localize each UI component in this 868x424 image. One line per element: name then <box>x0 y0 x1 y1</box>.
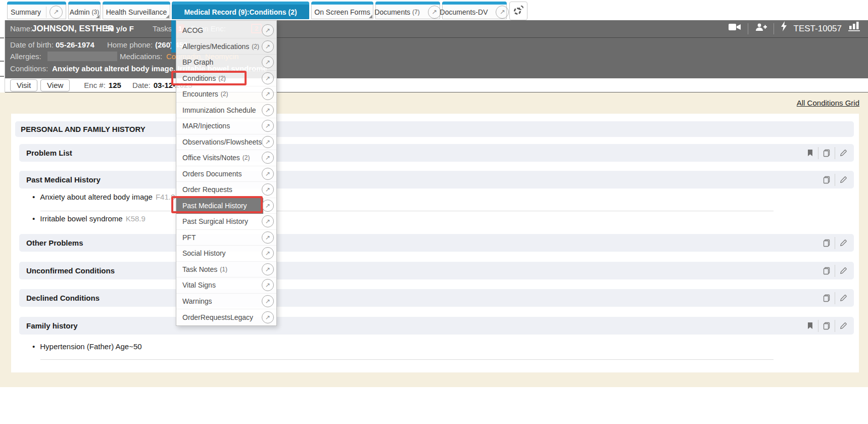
open-in-new-icon[interactable]: ↗ <box>428 6 441 19</box>
pencil-icon[interactable] <box>835 292 851 304</box>
tab-health-surveillance[interactable]: Health Surveillance <box>103 2 170 19</box>
open-in-new-icon[interactable]: ↗ <box>262 120 274 132</box>
open-in-new-icon[interactable]: ↗ <box>262 104 274 116</box>
menu-item-encounters[interactable]: Encounters(2)↗ <box>176 86 276 103</box>
section-actions <box>818 237 851 249</box>
menu-item-label: Warnings <box>182 297 212 305</box>
menu-item-orderrequestslegacy[interactable]: OrderRequestsLegacy↗ <box>176 309 276 325</box>
tab-on-screen-forms[interactable]: On Screen Forms <box>311 2 373 19</box>
tab-admin-label: Admin <box>70 8 90 16</box>
tab-documents-dv[interactable]: Documents-DV ↗ <box>442 2 507 19</box>
copy-forward-icon[interactable] <box>818 237 835 249</box>
menu-item-label: Orders Documents <box>182 170 242 178</box>
list-divider <box>40 359 774 360</box>
tab-admin[interactable]: Admin (3) <box>68 2 101 19</box>
pencil-icon[interactable] <box>835 265 851 277</box>
menu-item-pft[interactable]: PFT↗ <box>176 230 276 246</box>
condition-text: Hypertension (Father) Age~50 <box>40 342 141 351</box>
video-camera-icon[interactable] <box>728 20 741 37</box>
menu-item-office-visits-notes[interactable]: Office Visits/Notes(2)↗ <box>176 150 276 166</box>
all-conditions-grid-link[interactable]: All Conditions Grid <box>797 99 859 107</box>
menu-item-vital-signs[interactable]: Vital Signs↗ <box>176 277 276 294</box>
bookmark-icon[interactable] <box>802 147 818 159</box>
tab-admin-count: (3) <box>92 9 100 16</box>
section-actions <box>818 174 851 186</box>
settings-button[interactable] <box>509 2 527 20</box>
open-in-new-icon[interactable]: ↗ <box>262 152 274 164</box>
tab-summary[interactable]: Summary ↗ <box>7 2 66 19</box>
open-in-new-icon[interactable]: ↗ <box>262 88 274 100</box>
section-family-history[interactable]: Family history <box>19 317 854 335</box>
menu-item-label: Vital Signs <box>182 281 216 289</box>
section-problem-list[interactable]: Problem List <box>19 144 854 162</box>
section-title: PERSONAL AND FAMILY HISTORY <box>21 125 146 133</box>
open-in-new-icon[interactable]: ↗ <box>262 263 274 275</box>
menu-item-acog[interactable]: ACOG↗ <box>176 23 276 39</box>
open-in-new-icon[interactable]: ↗ <box>262 24 274 36</box>
menu-item-bp-graph[interactable]: BP Graph↗ <box>176 55 276 71</box>
section-past-medical-history[interactable]: Past Medical History <box>19 171 854 189</box>
add-person-icon[interactable] <box>755 20 767 37</box>
pencil-icon[interactable] <box>835 320 851 332</box>
open-in-new-icon[interactable]: ↗ <box>262 72 274 84</box>
pencil-icon[interactable] <box>835 237 851 249</box>
medical-record-dropdown-menu: ACOG↗ Allergies/Medications(2)↗ BP Graph… <box>176 20 277 326</box>
copy-forward-icon[interactable] <box>818 320 835 332</box>
open-in-new-icon[interactable]: ↗ <box>262 231 274 244</box>
menu-item-order-requests[interactable]: Order Requests↗ <box>176 182 276 198</box>
menu-item-observations-flowsheets[interactable]: Observations/Flowsheets↗ <box>176 134 276 151</box>
copy-forward-icon[interactable] <box>818 174 835 186</box>
menu-item-count: (2) <box>243 154 250 161</box>
bullet-dot: • <box>32 193 35 201</box>
open-in-new-icon[interactable]: ↗ <box>262 168 274 180</box>
open-in-new-icon[interactable]: ↗ <box>50 6 63 19</box>
section-other-problems[interactable]: Other Problems <box>19 234 854 252</box>
visit-button[interactable]: Visit <box>10 79 37 91</box>
copy-forward-icon[interactable] <box>818 265 835 277</box>
open-in-new-icon[interactable]: ↗ <box>262 295 274 307</box>
open-in-new-icon[interactable]: ↗ <box>262 279 274 291</box>
menu-item-past-surgical-history[interactable]: Past Surgical History↗ <box>176 214 276 230</box>
conditions-page: All Conditions Grid PERSONAL AND FAMILY … <box>0 92 868 387</box>
menu-item-social-history[interactable]: Social History↗ <box>176 246 276 262</box>
menu-item-task-notes[interactable]: Task Notes(1)↗ <box>176 262 276 278</box>
open-in-new-icon[interactable]: ↗ <box>496 6 509 19</box>
section-header-personal-and-family-history: PERSONAL AND FAMILY HISTORY <box>15 121 854 137</box>
open-in-new-icon[interactable]: ↗ <box>262 136 274 148</box>
menu-item-mar-injections[interactable]: MAR/Injections↗ <box>176 118 276 134</box>
tab-on-screen-forms-label: On Screen Forms <box>314 8 370 16</box>
pencil-icon[interactable] <box>835 147 851 159</box>
bar-chart-icon[interactable] <box>848 20 861 37</box>
menu-item-allergies-medications[interactable]: Allergies/Medications(2)↗ <box>176 39 276 55</box>
banner-conditions-row: Conditions: Anxiety about altered body i… <box>5 62 868 75</box>
tab-documents[interactable]: Documents (7) ↗ <box>375 2 440 19</box>
menu-item-orders-documents[interactable]: Orders Documents↗ <box>176 166 276 182</box>
tab-medical-record[interactable]: Medical Record (9):Conditions (2) <box>172 2 309 19</box>
section-unconfirmed-conditions[interactable]: Unconfirmed Conditions <box>19 262 854 279</box>
lightning-icon[interactable] <box>781 20 787 37</box>
conditions-label: Conditions: <box>10 62 48 75</box>
patient-name: JOHNSON, ESTHER <box>32 20 114 37</box>
copy-forward-icon[interactable] <box>818 292 835 304</box>
bookmark-icon[interactable] <box>802 320 818 332</box>
open-in-new-icon[interactable]: ↗ <box>262 215 274 227</box>
view-button[interactable]: View <box>40 79 70 91</box>
open-in-new-icon[interactable]: ↗ <box>262 183 274 196</box>
open-in-new-icon[interactable]: ↗ <box>262 56 274 68</box>
dob-label: Date of birth: <box>10 39 54 51</box>
section-declined-conditions[interactable]: Declined Conditions <box>19 289 854 307</box>
tasks-label: Tasks <box>153 20 172 37</box>
menu-item-immunization-schedule[interactable]: Immunization Schedule↗ <box>176 103 276 119</box>
menu-item-label: Immunization Schedule <box>182 106 256 114</box>
pencil-icon[interactable] <box>835 174 851 186</box>
open-in-new-icon[interactable]: ↗ <box>262 247 274 259</box>
open-in-new-icon[interactable]: ↗ <box>262 200 274 212</box>
copy-forward-icon[interactable] <box>818 147 835 159</box>
section-actions <box>818 292 851 304</box>
menu-item-label: BP Graph <box>182 58 213 66</box>
condition-text: Irritable bowel syndrome <box>40 214 122 223</box>
open-in-new-icon[interactable]: ↗ <box>262 311 274 323</box>
open-in-new-icon[interactable]: ↗ <box>262 40 274 53</box>
menu-item-label: Allergies/Medications <box>182 42 249 51</box>
menu-item-warnings[interactable]: Warnings↗ <box>176 294 276 310</box>
